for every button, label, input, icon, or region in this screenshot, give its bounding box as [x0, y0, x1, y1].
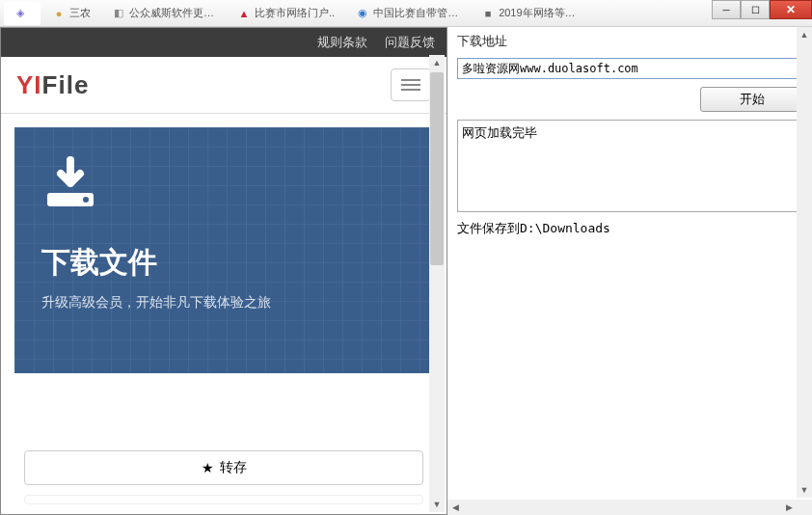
url-input[interactable]	[457, 58, 804, 79]
tab-favicon: ■	[481, 7, 495, 20]
action-buttons: ★ 转存	[1, 373, 447, 514]
feedback-link[interactable]: 问题反馈	[385, 35, 435, 49]
tab-favicon: ▲	[237, 7, 251, 20]
browser-tab[interactable]: ◧ 公众威斯软件更新..	[102, 2, 226, 25]
bottom-scrollbar[interactable]: ◀ ▶	[447, 500, 797, 515]
browser-tab[interactable]: ● 三农	[42, 2, 100, 25]
url-label: 下载地址	[457, 33, 804, 50]
browser-tab-strip: ◈ ● 三农 ◧ 公众威斯软件更新.. ▲ 比赛市网络门户.. ◉ 中国比赛自带…	[0, 0, 812, 27]
terms-link[interactable]: 规则条款	[317, 35, 367, 49]
scroll-down-arrow[interactable]: ▼	[429, 497, 445, 512]
minimize-button[interactable]: ─	[712, 0, 741, 19]
menu-button[interactable]	[391, 68, 431, 101]
hamburger-icon	[401, 79, 420, 81]
site-header-bar: 规则条款 问题反馈	[1, 28, 447, 57]
brand-row: YIFile	[1, 57, 447, 114]
scroll-thumb[interactable]	[430, 72, 444, 265]
save-path-text: 文件保存到D:\Downloads	[457, 220, 804, 237]
scroll-right-arrow[interactable]: ▶	[781, 500, 797, 515]
scroll-corner	[797, 500, 812, 515]
transfer-button[interactable]: ★ 转存	[24, 450, 423, 485]
close-icon: ✕	[786, 3, 796, 16]
browser-tab[interactable]: ◉ 中国比赛自带管理..	[346, 2, 470, 25]
browser-tab[interactable]: ◈	[4, 2, 41, 25]
app-body: 规则条款 问题反馈 YIFile 下载文件 升级高级会员，开始非凡下	[0, 27, 812, 515]
hero-subtitle: 升级高级会员，开始非凡下载体验之旅	[41, 294, 406, 312]
maximize-button[interactable]: ☐	[741, 0, 770, 19]
tab-favicon: ◧	[112, 7, 125, 20]
download-icon	[41, 156, 406, 214]
start-row: 开始	[457, 87, 804, 112]
svg-point-1	[83, 197, 89, 203]
site-logo: YIFile	[16, 70, 89, 100]
start-button[interactable]: 开始	[700, 87, 804, 112]
scroll-down-arrow[interactable]: ▼	[797, 482, 812, 498]
star-icon: ★	[202, 460, 214, 475]
tab-favicon: ◉	[356, 7, 369, 20]
browser-tab[interactable]: ▲ 比赛市网络门户..	[228, 2, 344, 25]
close-button[interactable]: ✕	[770, 0, 812, 19]
right-scrollbar[interactable]: ▲ ▼	[797, 27, 812, 498]
tab-favicon: ◈	[14, 7, 27, 20]
hero-banner: 下载文件 升级高级会员，开始非凡下载体验之旅	[14, 127, 433, 373]
hero-title: 下载文件	[41, 243, 406, 283]
scroll-left-arrow[interactable]: ◀	[447, 500, 463, 515]
web-preview-panel: 规则条款 问题反馈 YIFile 下载文件 升级高级会员，开始非凡下	[0, 27, 447, 515]
scroll-up-arrow[interactable]: ▲	[797, 27, 812, 42]
tab-favicon: ●	[52, 7, 66, 20]
log-output[interactable]: 网页加载完毕	[457, 120, 804, 212]
download-control-panel: 下载地址 开始 网页加载完毕 文件保存到D:\Downloads	[447, 27, 812, 515]
browser-tab[interactable]: ■ 2019年网络等门店..	[472, 2, 595, 25]
window-controls: ─ ☐ ✕	[712, 0, 812, 19]
left-scrollbar[interactable]: ▲ ▼	[429, 55, 445, 512]
secondary-button[interactable]	[24, 495, 423, 504]
scroll-up-arrow[interactable]: ▲	[429, 55, 445, 70]
